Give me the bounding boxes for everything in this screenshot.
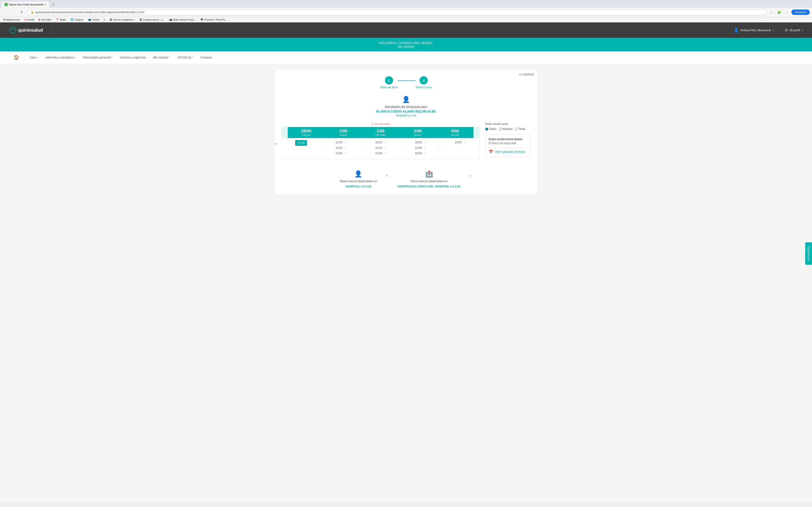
more-icon-1-1[interactable]: ⋮	[344, 146, 347, 150]
banner-link[interactable]: Ver consejo	[398, 45, 414, 48]
bookmark-translate[interactable]: 🌐 Traducir	[69, 18, 85, 21]
day-col-2: 2/06 miércoles	[362, 127, 399, 138]
time-button-12-30[interactable]: 12:30	[295, 140, 307, 146]
more-icon-3-0[interactable]: ⋮	[424, 140, 427, 144]
first-available-label: 1ª cita disponible	[282, 122, 480, 125]
bottom-text-left: Otros huecos disponibles en	[340, 179, 377, 183]
refresh-button[interactable]: ↻	[18, 9, 25, 15]
nav-item-recetas[interactable]: Mis recetas ▾	[150, 53, 174, 63]
banner-message: Campaña sobre alergias.	[398, 41, 433, 45]
more-icon-1-2[interactable]: ⋮	[344, 152, 347, 155]
more-icon-3-2[interactable]: ⋮	[424, 152, 427, 155]
turno-todos-radio[interactable]	[485, 128, 488, 130]
time-slot-0-0: 12:30	[282, 140, 320, 146]
new-tab-button[interactable]: +	[50, 1, 56, 8]
address-bar[interactable]: 🔒 quironsalud.es/portal-paciente/es/nuev…	[27, 9, 766, 15]
update-button[interactable]: Actualizar	[792, 9, 810, 15]
time-button-10-10[interactable]: 10:10	[374, 140, 383, 145]
more-icon-2-1[interactable]: ⋮	[384, 146, 387, 150]
more-icon-2-2[interactable]: ⋮	[384, 152, 387, 155]
bookmark-bulk[interactable]: 📸 Bulk Resize Photo...	[168, 18, 197, 21]
bookmark-twitch[interactable]: 📺 Twitch	[87, 18, 100, 21]
time-slot-3-0: 10:00 ⋮	[401, 140, 439, 145]
nav-recetas-label: Mis recetas	[153, 56, 168, 59]
bookmark-achicar[interactable]: 🖼 Achicar Imágenes...	[109, 18, 136, 21]
hospital-icon-right: 🏥	[425, 170, 433, 178]
person-icon-left: 👤	[354, 170, 362, 178]
nav-item-covid[interactable]: COVID-19 ▾	[174, 53, 197, 63]
browser-chrome: + Nueva cita | Portal del paciente × + ←…	[0, 0, 812, 22]
time-slot-1-1: 12:10 ⋮	[322, 146, 360, 150]
turno-todos-option[interactable]: Todos	[485, 127, 496, 130]
time-button-10-00-d3[interactable]: 10:00	[414, 140, 423, 145]
nav-item-informes[interactable]: Informes y resultados ▾	[42, 53, 79, 63]
nav-item-contacto[interactable]: Contacto	[197, 53, 216, 63]
turno-todos-label: Todos	[489, 127, 496, 130]
nav-informes-chevron-icon: ▾	[74, 56, 76, 59]
time-button-12-10[interactable]: 12:10	[334, 146, 344, 150]
star-icon[interactable]: ☆	[768, 9, 775, 15]
bottom-link-right[interactable]: HOSPITALES CERCA DEL HOSPITAL LA LUZ	[398, 185, 461, 188]
active-tab[interactable]: + Nueva cita | Portal del paciente ×	[2, 2, 49, 7]
bookmark-apps[interactable]: ⊞ Aplicaciones	[2, 18, 21, 21]
bookmark-compressor[interactable]: 🗜 Compressor.io - o...	[139, 18, 166, 21]
turno-manana-label: Mañana	[503, 127, 512, 130]
bookmark-maps[interactable]: 📍 Maps	[55, 18, 67, 21]
step-1-number: 1	[388, 78, 390, 82]
bottom-chevron-left[interactable]: ⌄	[385, 172, 389, 177]
calendar-section: 1ª cita disponible ‹ 28/05 viernes 1/06 …	[282, 122, 530, 161]
turno-tarde-option[interactable]: Tarde	[514, 127, 525, 130]
turno-tarde-radio[interactable]	[514, 128, 517, 130]
bottom-chevron-right[interactable]: ⌄	[469, 172, 472, 177]
time-button-12-00-d2[interactable]: 12:00	[374, 151, 383, 156]
turno-manana-option[interactable]: Mañana	[499, 127, 512, 130]
header-profile[interactable]: ⚙ Mi perfil ▾	[784, 28, 803, 33]
open-calendar-button[interactable]: 📅 Abrir calendario de fecha	[489, 150, 527, 154]
day-col-1: 1/06 martes	[325, 127, 362, 138]
doctor-name: BLANCA COBOS ALAMO (EQ.DR.ALBI)	[282, 110, 530, 113]
close-button[interactable]: ✕ CERRAR	[519, 73, 534, 76]
nav-item-centros[interactable]: Centros y urgencias	[116, 53, 150, 63]
next-day-button[interactable]: ›	[473, 126, 480, 138]
nav-citas-chevron-icon: ▾	[37, 56, 38, 59]
tab-favicon: +	[5, 3, 8, 6]
bookmark-youtube[interactable]: ▶ YouTube	[38, 18, 52, 21]
more-icon-3-1[interactable]: ⋮	[424, 146, 427, 150]
suggestions-tab[interactable]: Sugerencias	[805, 242, 812, 265]
nav-home-button[interactable]: 🏠	[9, 51, 24, 64]
address-text: quironsalud.es/portal-paciente/es/nueva-…	[35, 11, 763, 14]
forward-button[interactable]: →	[10, 9, 17, 15]
back-button[interactable]: ←	[2, 9, 9, 15]
tab-close-icon[interactable]: ×	[45, 3, 46, 6]
time-slot-3-1: 11:00 ⋮	[401, 146, 439, 150]
time-button-11-00[interactable]: 11:00	[414, 146, 423, 150]
more-icon-1-0[interactable]: ⋮	[344, 140, 347, 144]
nav-covid-label: COVID-19	[177, 56, 191, 59]
time-button-12-00-d3[interactable]: 12:00	[414, 151, 423, 156]
time-slot-3-2: 12:00 ⋮	[401, 151, 439, 156]
bottom-link-left[interactable]: HOSPITAL LA LUZ	[346, 185, 371, 188]
tab-title: Nueva cita | Portal del paciente	[9, 3, 44, 6]
bookmark-gmail[interactable]: M Gmail	[24, 18, 35, 21]
more-icon-2-0[interactable]: ⋮	[384, 140, 387, 144]
extensions-icon[interactable]: 🧩	[776, 9, 782, 15]
time-button-11-10[interactable]: 11:10	[374, 146, 383, 150]
bookmark-proctoru[interactable]: 🎓 ProctorU | Real Pe...	[199, 18, 228, 21]
day-2-slots: 10:10 ⋮ 11:10 ⋮ 12:00 ⋮	[361, 138, 400, 157]
time-button-10-00-d4[interactable]: 10:00	[453, 140, 463, 145]
day-col-0: 28/05 viernes	[288, 127, 325, 138]
nav-item-personal[interactable]: Información personal ▾	[79, 53, 116, 63]
bookmark-bulk-label: Bulk Resize Photo...	[173, 18, 196, 21]
time-button-12-00-d1[interactable]: 12:00	[334, 151, 344, 156]
header-user[interactable]: 👤 Andrea Rico Monserrat ▾	[733, 27, 774, 33]
bookmark-translate-label: Traducir	[74, 18, 84, 21]
menu-icon[interactable]: ⋮	[784, 9, 790, 15]
bookmark-n[interactable]: n	[103, 18, 106, 21]
more-icon-4-0[interactable]: ⋮	[463, 140, 466, 144]
turno-manana-radio[interactable]	[499, 128, 502, 130]
prev-day-button[interactable]: ‹	[282, 126, 288, 138]
time-button-11-50[interactable]: 11:50	[334, 140, 344, 145]
nav-personal-label: Información personal	[83, 56, 110, 59]
nav-item-citas[interactable]: Citas ▾	[26, 53, 42, 63]
main-nav: 🏠 Citas ▾ Informes y resultados ▾ Inform…	[0, 51, 812, 64]
